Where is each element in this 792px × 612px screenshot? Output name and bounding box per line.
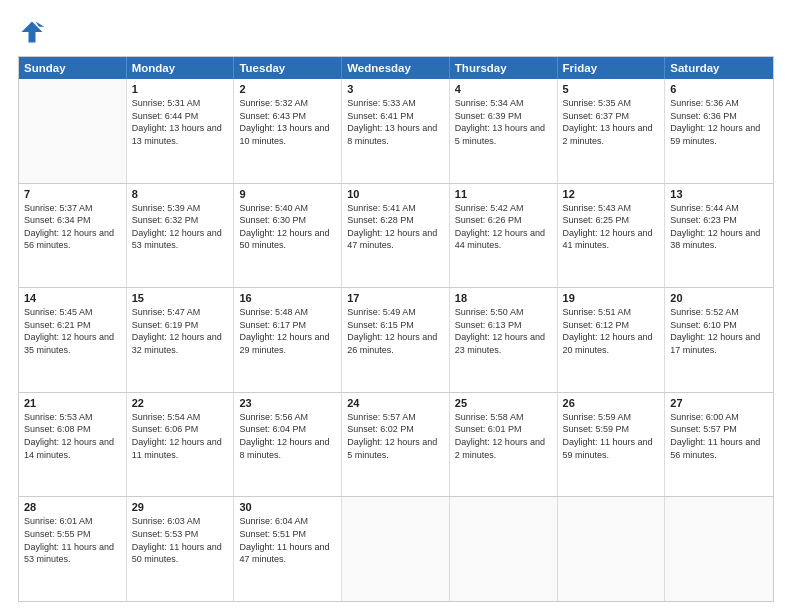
logo-icon [18,18,46,46]
calendar-cell [558,497,666,601]
weekday-header: Monday [127,57,235,79]
calendar-cell: 13Sunrise: 5:44 AM Sunset: 6:23 PM Dayli… [665,184,773,288]
calendar-cell: 11Sunrise: 5:42 AM Sunset: 6:26 PM Dayli… [450,184,558,288]
calendar-cell: 12Sunrise: 5:43 AM Sunset: 6:25 PM Dayli… [558,184,666,288]
day-number: 9 [239,188,336,200]
calendar-cell [450,497,558,601]
day-number: 14 [24,292,121,304]
calendar-cell: 16Sunrise: 5:48 AM Sunset: 6:17 PM Dayli… [234,288,342,392]
day-number: 21 [24,397,121,409]
day-info: Sunrise: 5:48 AM Sunset: 6:17 PM Dayligh… [239,306,336,356]
day-number: 16 [239,292,336,304]
calendar-cell [19,79,127,183]
weekday-header: Wednesday [342,57,450,79]
calendar-cell: 22Sunrise: 5:54 AM Sunset: 6:06 PM Dayli… [127,393,235,497]
calendar-cell: 15Sunrise: 5:47 AM Sunset: 6:19 PM Dayli… [127,288,235,392]
day-number: 22 [132,397,229,409]
day-number: 18 [455,292,552,304]
page: SundayMondayTuesdayWednesdayThursdayFrid… [0,0,792,612]
weekday-header: Thursday [450,57,558,79]
day-info: Sunrise: 5:59 AM Sunset: 5:59 PM Dayligh… [563,411,660,461]
day-info: Sunrise: 5:52 AM Sunset: 6:10 PM Dayligh… [670,306,768,356]
day-number: 4 [455,83,552,95]
day-info: Sunrise: 5:35 AM Sunset: 6:37 PM Dayligh… [563,97,660,147]
day-info: Sunrise: 5:56 AM Sunset: 6:04 PM Dayligh… [239,411,336,461]
day-number: 7 [24,188,121,200]
day-info: Sunrise: 5:54 AM Sunset: 6:06 PM Dayligh… [132,411,229,461]
day-info: Sunrise: 5:33 AM Sunset: 6:41 PM Dayligh… [347,97,444,147]
day-info: Sunrise: 5:34 AM Sunset: 6:39 PM Dayligh… [455,97,552,147]
day-info: Sunrise: 6:04 AM Sunset: 5:51 PM Dayligh… [239,515,336,565]
calendar-cell: 29Sunrise: 6:03 AM Sunset: 5:53 PM Dayli… [127,497,235,601]
weekday-header: Sunday [19,57,127,79]
day-number: 20 [670,292,768,304]
calendar-cell: 21Sunrise: 5:53 AM Sunset: 6:08 PM Dayli… [19,393,127,497]
day-number: 12 [563,188,660,200]
day-number: 30 [239,501,336,513]
day-number: 2 [239,83,336,95]
day-info: Sunrise: 5:45 AM Sunset: 6:21 PM Dayligh… [24,306,121,356]
day-number: 17 [347,292,444,304]
calendar-cell: 17Sunrise: 5:49 AM Sunset: 6:15 PM Dayli… [342,288,450,392]
day-number: 26 [563,397,660,409]
calendar-cell: 5Sunrise: 5:35 AM Sunset: 6:37 PM Daylig… [558,79,666,183]
calendar-row: 21Sunrise: 5:53 AM Sunset: 6:08 PM Dayli… [19,392,773,497]
day-info: Sunrise: 5:37 AM Sunset: 6:34 PM Dayligh… [24,202,121,252]
day-info: Sunrise: 5:53 AM Sunset: 6:08 PM Dayligh… [24,411,121,461]
calendar-cell: 3Sunrise: 5:33 AM Sunset: 6:41 PM Daylig… [342,79,450,183]
logo [18,18,50,46]
calendar-cell: 19Sunrise: 5:51 AM Sunset: 6:12 PM Dayli… [558,288,666,392]
weekday-header: Tuesday [234,57,342,79]
day-number: 10 [347,188,444,200]
day-info: Sunrise: 5:41 AM Sunset: 6:28 PM Dayligh… [347,202,444,252]
day-info: Sunrise: 5:43 AM Sunset: 6:25 PM Dayligh… [563,202,660,252]
day-number: 11 [455,188,552,200]
day-info: Sunrise: 6:03 AM Sunset: 5:53 PM Dayligh… [132,515,229,565]
calendar-cell: 25Sunrise: 5:58 AM Sunset: 6:01 PM Dayli… [450,393,558,497]
calendar-cell: 2Sunrise: 5:32 AM Sunset: 6:43 PM Daylig… [234,79,342,183]
calendar-cell: 26Sunrise: 5:59 AM Sunset: 5:59 PM Dayli… [558,393,666,497]
calendar-cell: 9Sunrise: 5:40 AM Sunset: 6:30 PM Daylig… [234,184,342,288]
weekday-header: Friday [558,57,666,79]
day-number: 27 [670,397,768,409]
day-info: Sunrise: 5:51 AM Sunset: 6:12 PM Dayligh… [563,306,660,356]
calendar-cell: 27Sunrise: 6:00 AM Sunset: 5:57 PM Dayli… [665,393,773,497]
calendar-row: 7Sunrise: 5:37 AM Sunset: 6:34 PM Daylig… [19,183,773,288]
calendar-cell: 4Sunrise: 5:34 AM Sunset: 6:39 PM Daylig… [450,79,558,183]
day-info: Sunrise: 5:44 AM Sunset: 6:23 PM Dayligh… [670,202,768,252]
day-info: Sunrise: 5:36 AM Sunset: 6:36 PM Dayligh… [670,97,768,147]
svg-marker-1 [36,22,45,27]
day-info: Sunrise: 6:00 AM Sunset: 5:57 PM Dayligh… [670,411,768,461]
day-number: 23 [239,397,336,409]
calendar-cell: 7Sunrise: 5:37 AM Sunset: 6:34 PM Daylig… [19,184,127,288]
calendar-cell [342,497,450,601]
calendar-cell: 8Sunrise: 5:39 AM Sunset: 6:32 PM Daylig… [127,184,235,288]
day-info: Sunrise: 6:01 AM Sunset: 5:55 PM Dayligh… [24,515,121,565]
calendar-header: SundayMondayTuesdayWednesdayThursdayFrid… [19,57,773,79]
day-number: 24 [347,397,444,409]
day-number: 15 [132,292,229,304]
day-number: 25 [455,397,552,409]
header [18,18,774,46]
day-info: Sunrise: 5:42 AM Sunset: 6:26 PM Dayligh… [455,202,552,252]
day-info: Sunrise: 5:39 AM Sunset: 6:32 PM Dayligh… [132,202,229,252]
calendar-cell: 24Sunrise: 5:57 AM Sunset: 6:02 PM Dayli… [342,393,450,497]
day-info: Sunrise: 5:47 AM Sunset: 6:19 PM Dayligh… [132,306,229,356]
day-number: 13 [670,188,768,200]
day-number: 3 [347,83,444,95]
calendar-cell: 30Sunrise: 6:04 AM Sunset: 5:51 PM Dayli… [234,497,342,601]
calendar-cell: 20Sunrise: 5:52 AM Sunset: 6:10 PM Dayli… [665,288,773,392]
calendar-cell: 28Sunrise: 6:01 AM Sunset: 5:55 PM Dayli… [19,497,127,601]
calendar-row: 1Sunrise: 5:31 AM Sunset: 6:44 PM Daylig… [19,79,773,183]
day-info: Sunrise: 5:31 AM Sunset: 6:44 PM Dayligh… [132,97,229,147]
day-info: Sunrise: 5:58 AM Sunset: 6:01 PM Dayligh… [455,411,552,461]
calendar-cell: 1Sunrise: 5:31 AM Sunset: 6:44 PM Daylig… [127,79,235,183]
day-number: 6 [670,83,768,95]
day-number: 28 [24,501,121,513]
day-info: Sunrise: 5:50 AM Sunset: 6:13 PM Dayligh… [455,306,552,356]
calendar-body: 1Sunrise: 5:31 AM Sunset: 6:44 PM Daylig… [19,79,773,601]
day-number: 5 [563,83,660,95]
day-info: Sunrise: 5:49 AM Sunset: 6:15 PM Dayligh… [347,306,444,356]
day-number: 29 [132,501,229,513]
calendar: SundayMondayTuesdayWednesdayThursdayFrid… [18,56,774,602]
